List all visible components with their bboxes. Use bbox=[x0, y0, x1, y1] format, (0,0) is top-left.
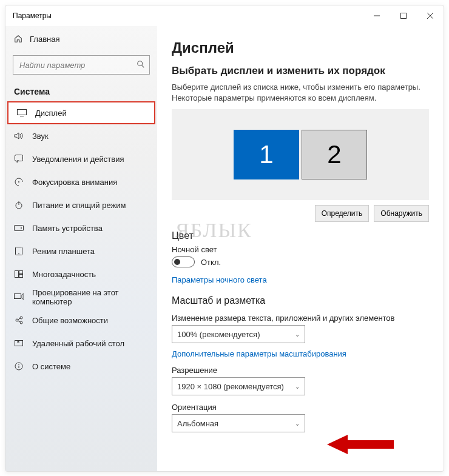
sidebar: Главная Система Дисплей Звук Уведомления… bbox=[5, 26, 157, 471]
svg-rect-19 bbox=[15, 294, 21, 299]
sidebar-item-label: Режим планшета bbox=[32, 247, 95, 256]
sidebar-item-label: Фокусировка внимания bbox=[32, 178, 117, 187]
nightlight-state: Откл. bbox=[201, 258, 221, 267]
resolution-value: 1920 × 1080 (рекомендуется) bbox=[177, 382, 284, 391]
svg-rect-1 bbox=[401, 13, 407, 19]
section-header: Система bbox=[5, 79, 157, 101]
sidebar-item-notifications[interactable]: Уведомления и действия bbox=[5, 147, 157, 170]
nightlight-link[interactable]: Параметры ночного света bbox=[172, 275, 267, 284]
svg-point-4 bbox=[138, 61, 143, 66]
arrange-desc: Выберите дисплей из списка ниже, чтобы и… bbox=[172, 82, 429, 103]
multitask-icon bbox=[14, 270, 24, 278]
chevron-down-icon: ⌄ bbox=[295, 383, 300, 390]
sidebar-item-label: Многозадачность bbox=[32, 270, 96, 279]
display-icon bbox=[17, 109, 27, 116]
scale-title: Масштаб и разметка bbox=[172, 295, 429, 306]
minimize-button[interactable] bbox=[363, 7, 390, 25]
chevron-down-icon: ⌄ bbox=[295, 420, 300, 427]
maximize-button[interactable] bbox=[390, 7, 417, 25]
sidebar-item-about[interactable]: О системе bbox=[5, 355, 157, 378]
sidebar-item-focus[interactable]: Фокусировка внимания bbox=[5, 170, 157, 193]
arrange-title: Выбрать дисплеи и изменить их порядок bbox=[172, 65, 429, 77]
about-icon bbox=[14, 362, 24, 370]
search-icon bbox=[137, 60, 145, 69]
power-icon bbox=[14, 201, 24, 209]
sidebar-item-shared[interactable]: Общие возможности bbox=[5, 309, 157, 332]
close-button[interactable] bbox=[417, 7, 444, 25]
sidebar-item-power[interactable]: Питание и спящий режим bbox=[5, 193, 157, 216]
storage-icon bbox=[14, 225, 24, 231]
nightlight-toggle[interactable]: Откл. bbox=[172, 256, 221, 267]
page-title: Дисплей bbox=[172, 39, 429, 56]
toggle-knob bbox=[174, 259, 180, 265]
window-controls bbox=[363, 7, 444, 25]
search-wrap bbox=[13, 55, 150, 75]
svg-rect-12 bbox=[15, 226, 24, 231]
sidebar-item-remote[interactable]: Удаленный рабочий стол bbox=[5, 332, 157, 355]
svg-point-28 bbox=[18, 364, 19, 365]
sidebar-item-label: Дисплей bbox=[35, 109, 67, 118]
sidebar-item-storage[interactable]: Память устройства bbox=[5, 216, 157, 240]
svg-line-23 bbox=[18, 318, 21, 320]
sidebar-item-label: Звук bbox=[32, 132, 49, 141]
svg-point-13 bbox=[21, 227, 22, 229]
resolution-label: Разрешение bbox=[172, 366, 429, 375]
sidebar-item-label: Уведомления и действия bbox=[32, 155, 124, 164]
settings-window: Параметры Главная Система Дисплей bbox=[5, 5, 444, 472]
window-title: Параметры bbox=[13, 12, 52, 20]
sidebar-item-label: Удаленный рабочий стол bbox=[32, 339, 124, 348]
sidebar-item-tablet[interactable]: Режим планшета bbox=[5, 240, 157, 263]
sidebar-item-label: Общие возможности bbox=[32, 316, 108, 325]
color-title: Цвет bbox=[172, 230, 429, 241]
chevron-down-icon: ⌄ bbox=[295, 331, 300, 338]
svg-rect-16 bbox=[15, 271, 19, 278]
tablet-icon bbox=[14, 247, 24, 255]
home-button[interactable]: Главная bbox=[5, 28, 157, 49]
nightlight-label: Ночной свет bbox=[172, 245, 429, 254]
main-content: Дисплей Выбрать дисплеи и изменить их по… bbox=[157, 26, 444, 471]
orientation-value: Альбомная bbox=[177, 419, 218, 428]
sidebar-item-label: Питание и спящий режим bbox=[32, 201, 126, 210]
svg-rect-8 bbox=[15, 155, 23, 161]
svg-line-24 bbox=[18, 321, 21, 322]
scale-value: 100% (рекомендуется) bbox=[177, 330, 260, 339]
resolution-select[interactable]: 1920 × 1080 (рекомендуется) ⌄ bbox=[172, 377, 305, 395]
svg-rect-18 bbox=[19, 275, 23, 278]
scale-label: Изменение размера текста, приложений и д… bbox=[172, 313, 429, 323]
shared-icon bbox=[14, 316, 24, 324]
svg-point-9 bbox=[18, 181, 19, 183]
sidebar-item-label: О системе bbox=[32, 362, 70, 371]
display-1[interactable]: 1 bbox=[234, 130, 299, 179]
displays-pane[interactable]: 1 2 bbox=[172, 109, 429, 200]
sidebar-item-projecting[interactable]: Проецирование на этот компьютер bbox=[5, 286, 157, 309]
display-2[interactable]: 2 bbox=[302, 130, 367, 179]
focus-icon bbox=[14, 178, 24, 186]
scale-select[interactable]: 100% (рекомендуется) ⌄ bbox=[172, 325, 305, 343]
home-icon bbox=[14, 35, 22, 43]
titlebar: Параметры bbox=[5, 5, 444, 26]
svg-line-5 bbox=[142, 65, 144, 68]
orientation-select[interactable]: Альбомная ⌄ bbox=[172, 414, 305, 432]
svg-rect-6 bbox=[18, 110, 27, 115]
sidebar-item-sound[interactable]: Звук bbox=[5, 124, 157, 147]
sidebar-item-display[interactable]: Дисплей bbox=[7, 101, 155, 124]
notifications-icon bbox=[14, 155, 24, 163]
sidebar-item-multitask[interactable]: Многозадачность bbox=[5, 263, 157, 286]
svg-rect-17 bbox=[19, 271, 23, 274]
detect-button[interactable]: Обнаружить bbox=[374, 205, 429, 222]
sidebar-item-label: Проецирование на этот компьютер bbox=[32, 288, 149, 306]
window-body: Главная Система Дисплей Звук Уведомления… bbox=[5, 26, 444, 471]
home-label: Главная bbox=[30, 35, 59, 44]
sidebar-item-label: Память устройства bbox=[32, 224, 103, 233]
advanced-scaling-link[interactable]: Дополнительные параметры масштабирования bbox=[172, 349, 346, 358]
svg-point-15 bbox=[18, 253, 19, 255]
identify-button[interactable]: Определить bbox=[315, 205, 370, 222]
projecting-icon bbox=[14, 293, 24, 301]
toggle-track bbox=[172, 256, 195, 267]
sound-icon bbox=[14, 132, 24, 140]
remote-icon bbox=[14, 339, 24, 347]
orientation-label: Ориентация bbox=[172, 403, 429, 412]
search-input[interactable] bbox=[13, 55, 150, 75]
display-buttons: Определить Обнаружить bbox=[172, 205, 429, 222]
